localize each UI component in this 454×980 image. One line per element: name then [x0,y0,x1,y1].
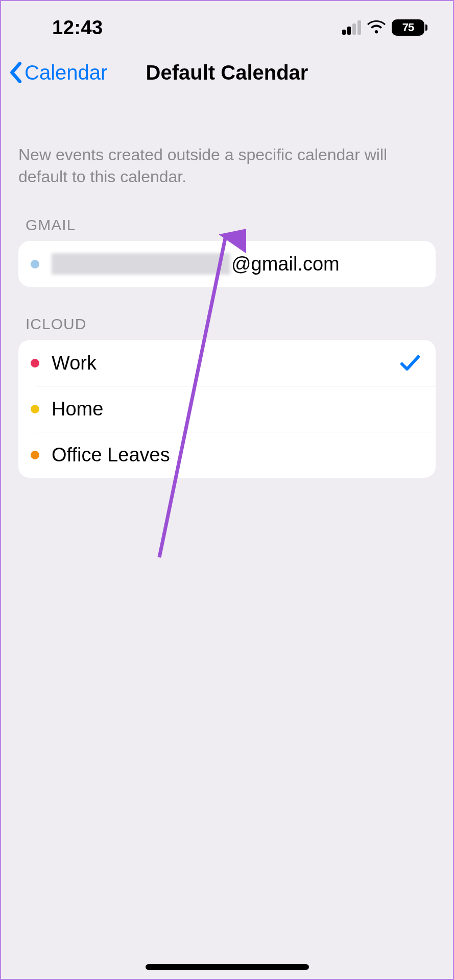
section-header-gmail: GMAIL [1,188,453,241]
redacted-text [52,253,230,275]
status-bar: 12:43 75 [1,1,453,47]
calendar-label: Work [52,352,400,374]
calendar-label: @gmail.com [52,253,420,275]
calendar-label: Office Leaves [52,444,420,466]
calendar-color-dot [31,405,39,413]
calendar-row-work[interactable]: Work [18,340,436,386]
battery-level: 75 [392,19,424,36]
checkmark-icon [400,354,420,372]
section-header-icloud: ICLOUD [1,287,453,340]
chevron-left-icon [7,61,23,84]
wifi-icon [367,20,386,35]
calendar-color-dot [31,260,39,268]
calendar-color-dot [31,359,39,368]
group-gmail: @gmail.com [18,241,436,287]
group-icloud: Work Home Office Leaves [18,340,436,478]
battery-icon: 75 [392,19,427,36]
description-text: New events created outside a specific ca… [1,98,453,188]
calendar-color-dot [31,451,39,459]
cellular-icon [342,20,361,35]
status-time: 12:43 [52,17,103,39]
calendar-row-home[interactable]: Home [18,386,436,432]
calendar-row-office-leaves[interactable]: Office Leaves [18,432,436,478]
status-indicators: 75 [342,19,427,36]
back-button[interactable]: Calendar [7,61,107,84]
calendar-row-gmail-0[interactable]: @gmail.com [18,241,436,287]
navigation-bar: Calendar Default Calendar [1,47,453,98]
email-suffix: @gmail.com [231,253,340,275]
back-label: Calendar [25,61,107,84]
home-indicator[interactable] [146,964,309,970]
calendar-label: Home [52,398,420,420]
